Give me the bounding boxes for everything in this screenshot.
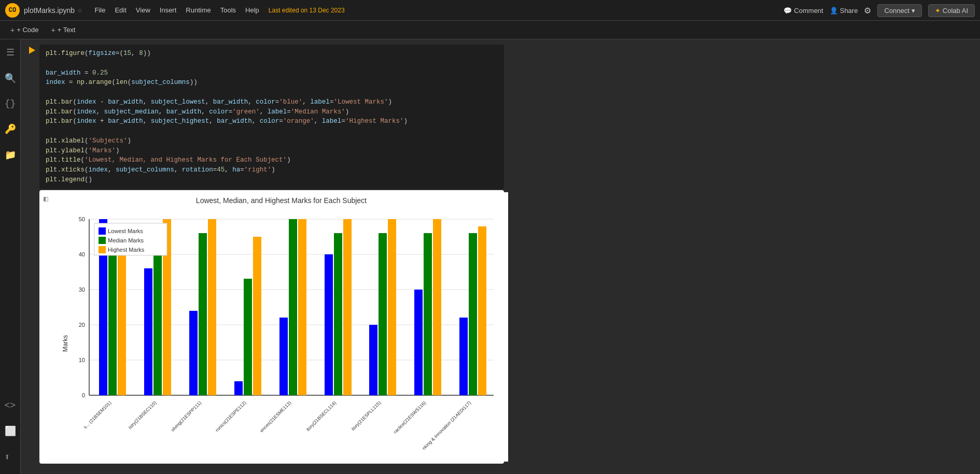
bar-g4-lowest xyxy=(234,381,243,395)
x-label-5: ences(21ESME113) xyxy=(259,400,292,433)
bar-chart-svg: Marks 0 10 20 xyxy=(58,209,504,457)
colab-ai-icon: ✦ xyxy=(935,7,941,15)
sidebar-icon-terminal[interactable]: ⬜ xyxy=(2,422,19,440)
output-cell: ◧ Lowest, Median, and Highest Marks for … xyxy=(39,190,504,464)
y-tick-0: 0 xyxy=(82,392,85,398)
x-label-8: ractice(21ESWS116) xyxy=(393,400,427,435)
colab-ai-button[interactable]: ✦ Colab AI xyxy=(928,4,975,17)
bar-g8-highest xyxy=(433,219,441,395)
bar-g8-median xyxy=(424,233,432,395)
code-line-2 xyxy=(46,59,498,68)
legend-lowest-label: Lowest Marks xyxy=(108,228,143,234)
bar-g3-lowest xyxy=(189,311,198,395)
menu-view[interactable]: View xyxy=(132,4,155,16)
x-label-6: itory(21BSECL114) xyxy=(305,400,338,432)
legend-median-label: Median Marks xyxy=(108,237,144,243)
code-line-5 xyxy=(46,88,498,97)
bar-g2-lowest xyxy=(144,268,152,395)
y-tick-30: 30 xyxy=(79,286,85,293)
bar-g6-highest xyxy=(343,219,352,395)
code-line-1: plt.figure(figsize=(15, 8)) xyxy=(46,49,498,59)
notebook: plt.figure(figsize=(15, 8)) bar_width = … xyxy=(21,39,508,474)
add-code-button[interactable]: + + Code xyxy=(6,24,43,36)
chart-container: Lowest, Median, and Highest Marks for Ea… xyxy=(54,192,508,462)
bar-g5-median xyxy=(289,219,297,395)
code-line-10: plt.xlabel('Subjects') xyxy=(46,136,498,146)
plus-code-icon: + xyxy=(10,26,15,34)
star-icon[interactable]: ☆ xyxy=(78,6,82,15)
bar-g1-highest xyxy=(118,233,126,395)
y-tick-10: 10 xyxy=(79,357,85,363)
x-label-9: nking & Innovation (21AEDI117) xyxy=(422,400,472,451)
bar-g7-median xyxy=(379,233,387,395)
x-label-1: s... (21BSEM101) xyxy=(83,400,113,429)
right-panel xyxy=(508,39,980,474)
bar-g6-median xyxy=(334,233,342,395)
legend-median-swatch xyxy=(99,237,106,244)
bar-g7-lowest xyxy=(369,325,377,395)
notebook-title[interactable]: plotMarks.ipynb xyxy=(24,6,75,15)
bar-g1-median xyxy=(108,240,117,395)
code-content[interactable]: plt.figure(figsize=(15, 8)) bar_width = … xyxy=(39,45,504,189)
connect-button[interactable]: Connect ▾ xyxy=(877,4,921,17)
code-line-8: plt.bar(index + bar_width, subject_highe… xyxy=(46,117,498,126)
bar-g5-lowest xyxy=(279,318,288,395)
code-line-4: index = np.arange(len(subject_columns)) xyxy=(46,78,498,88)
code-line-3: bar_width = 0.25 xyxy=(46,68,498,78)
output-collapse-icon[interactable]: ◧ xyxy=(41,192,50,205)
code-line-13: plt.xticks(index, subject_columns, rotat… xyxy=(46,165,498,175)
code-line-6: plt.bar(index - bar_width, subject_lowes… xyxy=(46,97,498,107)
code-line-11: plt.ylabel('Marks') xyxy=(46,146,498,156)
plus-text-icon: + xyxy=(51,26,55,34)
chart-title: Lowest, Median, and Highest Marks for Ea… xyxy=(58,196,504,205)
output-cell-inner: ◧ Lowest, Median, and Highest Marks for … xyxy=(41,192,502,462)
menu-insert[interactable]: Insert xyxy=(156,4,181,16)
topbar-right: 💬 Comment 👤 Share ⚙ Connect ▾ ✦ Colab AI xyxy=(783,0,975,21)
bar-g5-highest xyxy=(298,219,306,395)
sidebar-icon-secrets[interactable]: 🔑 xyxy=(2,120,19,138)
menu-runtime[interactable]: Runtime xyxy=(181,4,215,16)
menu-tools[interactable]: Tools xyxy=(216,4,240,16)
menu-bar: File Edit View Insert Runtime Tools Help… xyxy=(90,4,344,16)
code-line-14: plt.legend() xyxy=(46,175,498,185)
menu-edit[interactable]: Edit xyxy=(110,4,130,16)
add-text-button[interactable]: + + Text xyxy=(47,24,79,36)
sidebar-icon-files[interactable]: 📁 xyxy=(2,146,19,164)
topbar: CO plotMarks.ipynb ☆ File Edit View Inse… xyxy=(0,0,980,21)
menu-file[interactable]: File xyxy=(90,4,109,16)
sidebar-icon-code[interactable]: <> xyxy=(2,397,19,414)
x-label-3: olving(21ESPP111) xyxy=(170,400,203,433)
run-cell-button[interactable] xyxy=(25,45,39,189)
bar-g9-highest xyxy=(478,226,486,395)
y-axis-label: Marks xyxy=(62,335,69,352)
settings-icon[interactable]: ⚙ xyxy=(864,6,871,16)
main-area: ☰ 🔍 {} 🔑 📁 <> ⬜ ⬆ plt.figure(figsize=(15… xyxy=(0,39,980,474)
x-label-7: itory(21ESPLL115) xyxy=(351,400,382,432)
sidebar-icon-variables[interactable]: {} xyxy=(2,95,19,112)
share-icon: 👤 xyxy=(830,7,838,15)
bar-g4-highest xyxy=(253,237,261,395)
bar-g6-lowest xyxy=(325,254,333,395)
sidebar-icon-upload[interactable]: ⬆ xyxy=(2,448,19,466)
bar-g9-lowest xyxy=(459,318,468,395)
x-label-2: istry(21BSEC110) xyxy=(128,400,158,430)
legend-highest-label: Highest Marks xyxy=(108,247,145,253)
y-tick-50: 50 xyxy=(79,216,85,222)
toolbar: + + Code + + Text xyxy=(0,21,980,39)
comment-button[interactable]: 💬 Comment xyxy=(783,7,823,15)
sidebar-icon-search[interactable]: 🔍 xyxy=(2,69,19,87)
share-button[interactable]: 👤 Share xyxy=(830,7,858,15)
y-tick-20: 20 xyxy=(79,322,85,328)
bar-g7-highest xyxy=(388,219,396,395)
colab-logo: CO xyxy=(5,3,20,18)
sidebar: ☰ 🔍 {} 🔑 📁 <> ⬜ ⬆ xyxy=(0,39,21,474)
run-triangle-icon xyxy=(29,47,35,54)
last-edited: Last edited on 13 Dec 2023 xyxy=(269,7,345,14)
legend-highest-swatch xyxy=(99,246,106,253)
bar-g4-median xyxy=(244,279,252,395)
sidebar-icon-menu[interactable]: ☰ xyxy=(3,44,18,61)
menu-help[interactable]: Help xyxy=(241,4,263,16)
bar-g3-highest xyxy=(208,219,216,395)
comment-icon: 💬 xyxy=(783,7,792,15)
bar-g9-median xyxy=(469,233,477,395)
